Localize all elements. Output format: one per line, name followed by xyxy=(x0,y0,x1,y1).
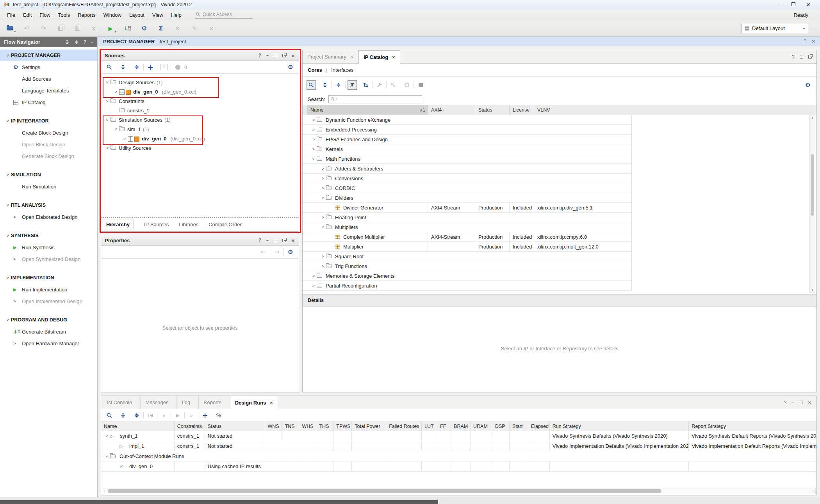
source-tree-row[interactable]: div_gen_0 (div_gen_0.xci) xyxy=(101,87,299,96)
document-tab[interactable]: IP Catalog × xyxy=(358,50,401,64)
bottom-tab[interactable]: Reports xyxy=(199,396,230,409)
window-maximize-button[interactable] xyxy=(791,2,795,7)
minimize-icon[interactable]: – xyxy=(791,400,794,405)
catalog-tree-row[interactable]: Embedded Processing xyxy=(303,125,631,135)
messages-badge[interactable] xyxy=(173,62,182,72)
settings-button[interactable]: ⚙ xyxy=(140,24,148,33)
chevron-icon[interactable] xyxy=(310,273,317,278)
flow-navigator-entry[interactable]: IMPLEMENTATION xyxy=(0,272,97,284)
column-header[interactable]: TNS xyxy=(282,422,299,431)
flow-navigator-entry[interactable]: Open Synthesized Design xyxy=(0,253,97,265)
flow-navigator-entry[interactable]: Generate Block Design xyxy=(0,150,97,162)
chevron-icon[interactable] xyxy=(310,283,317,288)
catalog-tree-row[interactable]: Complex Multiplier AXI4-Stream Productio… xyxy=(303,232,631,242)
chevron-icon[interactable] xyxy=(310,137,317,142)
bottom-tab[interactable]: Tcl Console xyxy=(101,396,141,409)
subtab-interfaces[interactable]: Interfaces xyxy=(331,67,353,73)
tab-close-icon[interactable]: × xyxy=(269,400,273,405)
catalog-tree-row[interactable]: Kernels xyxy=(303,144,631,154)
menu-item[interactable]: File xyxy=(3,11,19,20)
help-icon[interactable]: ? xyxy=(784,400,786,405)
add-sources-button[interactable]: + xyxy=(146,62,155,72)
help-icon[interactable]: ? xyxy=(804,39,806,44)
step-forward-button[interactable]: » xyxy=(187,411,196,420)
close-icon[interactable]: × xyxy=(811,39,815,44)
column-header[interactable]: WNS xyxy=(265,422,282,431)
chevron-icon[interactable] xyxy=(320,254,326,259)
minimize-icon[interactable]: – xyxy=(266,238,269,243)
catalog-tree-row[interactable]: Dividers xyxy=(303,193,631,203)
window-minimize-button[interactable]: – xyxy=(779,2,782,7)
highlight-button[interactable]: ✎ xyxy=(190,24,199,33)
chevron-icon[interactable] xyxy=(121,136,128,141)
column-header[interactable]: WHS xyxy=(299,422,316,431)
column-header[interactable]: Failed Routes xyxy=(386,422,422,431)
design-run-row[interactable]: synth_1 constrs_1 Not started Vivado Syn… xyxy=(101,431,816,441)
subtab-cores[interactable]: Cores xyxy=(308,67,322,73)
collapse-all-button[interactable] xyxy=(320,80,330,90)
source-tree-row[interactable]: Simulation Sources (1) xyxy=(101,115,299,124)
help-icon[interactable]: ? xyxy=(258,53,261,58)
chevron-icon[interactable] xyxy=(104,146,111,150)
flow-navigator-entry[interactable]: Run Simulation xyxy=(0,181,97,192)
column-header-status[interactable]: Status xyxy=(475,105,510,115)
catalog-tree-row[interactable]: Conversions xyxy=(303,174,631,183)
sources-tab[interactable]: Hierarchy xyxy=(102,220,134,229)
tab-close-icon[interactable]: × xyxy=(350,54,353,59)
column-header[interactable]: Run Strategy xyxy=(550,422,689,431)
bottom-tab[interactable]: Log xyxy=(177,396,199,409)
sources-tab[interactable]: IP Sources xyxy=(144,222,169,227)
chevron-icon[interactable] xyxy=(320,166,326,171)
design-run-row[interactable]: Out-of-Context Module Runs xyxy=(101,451,816,461)
column-header-axi4[interactable]: AXI4 xyxy=(428,105,475,115)
paste-button[interactable] xyxy=(73,24,81,33)
catalog-tree-row[interactable]: Dynamic Function eXchange xyxy=(303,115,631,125)
chevron-icon[interactable] xyxy=(113,89,119,94)
scrollbar-thumb[interactable] xyxy=(811,154,814,216)
maximize-icon[interactable] xyxy=(800,55,803,59)
source-tree-row[interactable]: Design Sources (1) xyxy=(101,78,299,87)
chevron-icon[interactable] xyxy=(104,117,111,122)
catalog-tree-row[interactable]: Memories & Storage Elements xyxy=(303,271,631,281)
catalog-tree-row[interactable]: CORDIC xyxy=(303,183,631,193)
collapse-all-button[interactable] xyxy=(118,411,128,420)
catalog-tree-row[interactable]: Floating Point xyxy=(303,213,631,222)
column-header[interactable]: Status xyxy=(205,422,265,431)
menu-item[interactable]: Layout xyxy=(125,11,148,20)
flow-navigator-entry[interactable]: Open Hardware Manager xyxy=(0,337,97,349)
design-run-row[interactable]: div_gen_0 Using cached IP results xyxy=(101,461,816,472)
catalog-tree-row[interactable]: Multiplier Production Included xilinx.co… xyxy=(303,242,631,252)
column-header[interactable]: Elapsed xyxy=(528,422,550,431)
menu-item[interactable]: Reports xyxy=(74,11,100,20)
properties-disabled-button[interactable]: ? xyxy=(159,62,169,72)
tab-close-icon[interactable]: × xyxy=(392,55,395,60)
float-icon[interactable] xyxy=(282,239,286,242)
flow-navigator-entry[interactable]: Add Sources xyxy=(0,73,97,85)
column-header-vlnv[interactable]: VLNV xyxy=(534,105,632,115)
customize-ip-button[interactable] xyxy=(375,80,384,90)
back-button[interactable]: ← xyxy=(258,247,268,257)
flow-navigator-entry[interactable]: Open Elaborated Design xyxy=(0,211,97,223)
flow-navigator-entry[interactable]: Run Synthesis xyxy=(0,241,97,253)
search-button[interactable] xyxy=(105,411,114,420)
chevron-icon[interactable] xyxy=(104,80,111,85)
license-key-button[interactable] xyxy=(389,80,398,90)
filter-incompatible-button[interactable] xyxy=(348,80,357,90)
flow-navigator-entry[interactable]: IP Catalog xyxy=(0,96,97,108)
maximize-icon[interactable] xyxy=(799,401,802,404)
abort-button[interactable]: × xyxy=(173,24,182,33)
chevron-icon[interactable] xyxy=(113,127,119,131)
scrollbar-thumb[interactable] xyxy=(108,489,661,493)
design-run-row[interactable]: impl_1 constrs_1 Not started Vivado Impl… xyxy=(101,441,816,451)
column-header[interactable]: Report Strategy xyxy=(689,422,816,431)
settings-gear-button[interactable]: ⚙ xyxy=(286,247,295,257)
copy-button[interactable] xyxy=(56,24,64,33)
report-sum-button[interactable]: Σ xyxy=(157,24,165,33)
run-button[interactable]: ▶ xyxy=(173,411,182,420)
collapse-all-button[interactable] xyxy=(118,62,128,72)
menu-item[interactable]: View xyxy=(148,11,167,20)
layout-selector[interactable]: Default Layout ▾ xyxy=(741,24,808,33)
sources-tab[interactable]: Libraries xyxy=(179,222,198,227)
redo-button[interactable]: ↷ xyxy=(39,24,48,33)
catalog-tree-row[interactable]: Partial Reconfiguration xyxy=(303,281,631,291)
